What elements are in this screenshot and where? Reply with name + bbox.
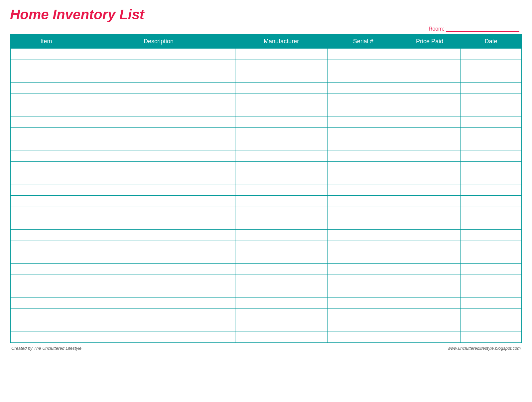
- table-row: [10, 49, 522, 60]
- table-cell: [10, 196, 82, 207]
- table-cell: [82, 286, 235, 298]
- table-cell: [460, 94, 522, 105]
- table-cell: [328, 184, 399, 196]
- table-row: [10, 218, 522, 230]
- table-cell: [460, 83, 522, 94]
- table-cell: [82, 128, 235, 139]
- table-cell: [82, 241, 235, 252]
- footer-left: Created by The Uncluttered Lifestyle: [11, 346, 81, 351]
- table-cell: [328, 94, 399, 105]
- table-cell: [10, 275, 82, 286]
- table-cell: [460, 241, 522, 252]
- table-cell: [460, 184, 522, 196]
- page-title: Home Inventory List: [10, 7, 522, 23]
- table-row: [10, 71, 522, 83]
- table-cell: [328, 286, 399, 298]
- table-cell: [235, 150, 328, 162]
- table-cell: [399, 241, 461, 252]
- table-cell: [399, 230, 461, 241]
- table-cell: [328, 264, 399, 275]
- table-cell: [10, 252, 82, 264]
- table-cell: [10, 230, 82, 241]
- table-cell: [399, 139, 461, 150]
- table-row: [10, 286, 522, 298]
- table-cell: [399, 162, 461, 173]
- table-row: [10, 320, 522, 331]
- table-cell: [328, 241, 399, 252]
- col-header-price: Price Paid: [399, 34, 461, 49]
- table-cell: [399, 83, 461, 94]
- table-cell: [82, 173, 235, 184]
- table-cell: [10, 105, 82, 116]
- table-cell: [460, 309, 522, 320]
- col-header-manufacturer: Manufacturer: [235, 34, 328, 49]
- table-cell: [10, 116, 82, 128]
- table-cell: [235, 264, 328, 275]
- table-cell: [328, 116, 399, 128]
- table-cell: [10, 71, 82, 83]
- table-cell: [328, 139, 399, 150]
- table-row: [10, 105, 522, 116]
- table-row: [10, 60, 522, 71]
- table-cell: [328, 309, 399, 320]
- table-cell: [235, 309, 328, 320]
- table-cell: [235, 218, 328, 230]
- table-cell: [10, 49, 82, 60]
- table-cell: [460, 60, 522, 71]
- table-cell: [82, 105, 235, 116]
- table-cell: [399, 275, 461, 286]
- table-cell: [460, 150, 522, 162]
- table-cell: [235, 83, 328, 94]
- table-cell: [82, 162, 235, 173]
- table-cell: [82, 94, 235, 105]
- table-cell: [460, 218, 522, 230]
- table-cell: [328, 275, 399, 286]
- table-cell: [460, 207, 522, 218]
- table-cell: [235, 298, 328, 309]
- table-cell: [460, 49, 522, 60]
- table-cell: [460, 128, 522, 139]
- table-cell: [10, 139, 82, 150]
- table-cell: [10, 298, 82, 309]
- table-row: [10, 173, 522, 184]
- table-cell: [10, 264, 82, 275]
- table-row: [10, 128, 522, 139]
- table-cell: [82, 275, 235, 286]
- table-cell: [82, 264, 235, 275]
- table-cell: [328, 252, 399, 264]
- table-cell: [10, 241, 82, 252]
- table-cell: [235, 49, 328, 60]
- table-cell: [399, 286, 461, 298]
- table-cell: [10, 94, 82, 105]
- table-row: [10, 196, 522, 207]
- table-cell: [399, 264, 461, 275]
- table-cell: [82, 196, 235, 207]
- table-cell: [399, 331, 461, 343]
- footer-right: www.unclutteredlifestyle.blogspot.com: [448, 346, 521, 351]
- table-row: [10, 275, 522, 286]
- table-cell: [328, 128, 399, 139]
- table-row: [10, 264, 522, 275]
- table-cell: [235, 286, 328, 298]
- table-cell: [399, 60, 461, 71]
- table-cell: [235, 128, 328, 139]
- table-cell: [10, 173, 82, 184]
- table-cell: [235, 162, 328, 173]
- table-cell: [10, 331, 82, 343]
- table-cell: [399, 218, 461, 230]
- table-cell: [82, 218, 235, 230]
- col-header-item: Item: [10, 34, 82, 49]
- table-cell: [399, 71, 461, 83]
- table-cell: [460, 162, 522, 173]
- table-cell: [82, 252, 235, 264]
- table-row: [10, 139, 522, 150]
- table-cell: [235, 207, 328, 218]
- table-cell: [328, 331, 399, 343]
- table-cell: [10, 184, 82, 196]
- table-cell: [82, 83, 235, 94]
- col-header-date: Date: [460, 34, 522, 49]
- table-cell: [399, 150, 461, 162]
- table-cell: [235, 252, 328, 264]
- table-cell: [460, 331, 522, 343]
- table-cell: [82, 320, 235, 331]
